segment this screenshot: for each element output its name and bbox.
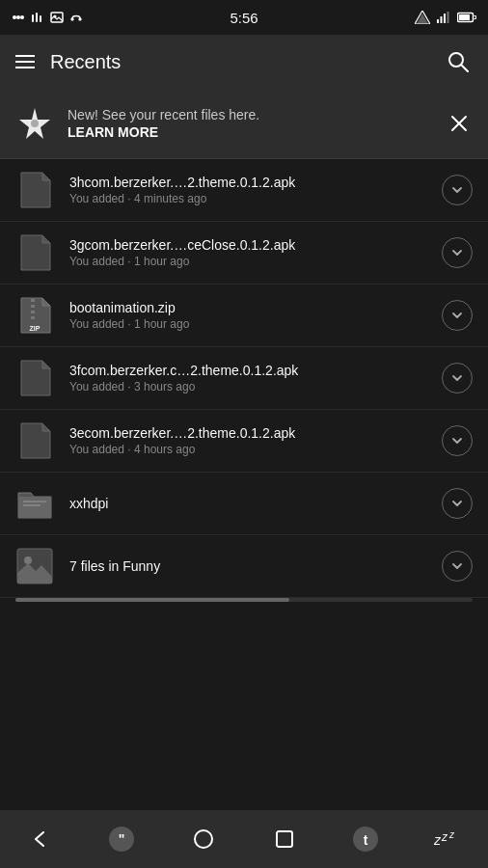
close-banner-button[interactable] (446, 110, 473, 137)
svg-rect-3 (32, 14, 34, 22)
file-list: 3hcom.berzerker.…2.theme.0.1.2.apk You a… (0, 159, 488, 803)
svg-rect-14 (444, 14, 446, 23)
svg-rect-12 (437, 19, 439, 23)
list-item[interactable]: 3hcom.berzerker.…2.theme.0.1.2.apk You a… (0, 159, 488, 222)
svg-rect-38 (277, 831, 292, 847)
file-info: 3hcom.berzerker.…2.theme.0.1.2.apk You a… (69, 175, 426, 205)
t-app-button[interactable]: t (346, 820, 385, 858)
page-title: Recents (50, 51, 121, 73)
learn-more-link[interactable]: LEARN MORE (68, 124, 259, 140)
search-icon (447, 51, 469, 72)
expand-button[interactable] (442, 425, 473, 456)
file-icon (15, 233, 54, 272)
notification-icon (12, 11, 25, 24)
recents-button[interactable] (265, 820, 304, 858)
file-icon (15, 484, 54, 523)
headset-icon (69, 11, 83, 24)
svg-rect-4 (36, 13, 38, 22)
file-icon (15, 547, 54, 585)
list-item[interactable]: ZIP bootanimation.zip You added · 1 hour… (0, 285, 488, 347)
status-right-icons (415, 11, 476, 24)
search-button[interactable] (444, 47, 473, 76)
svg-rect-30 (18, 497, 51, 518)
file-meta: You added · 1 hour ago (69, 255, 426, 268)
banner-text-group: New! See your recent files here. LEARN M… (68, 107, 259, 140)
top-bar-left: Recents (15, 51, 121, 73)
bottom-nav: " t z z z (0, 810, 488, 868)
svg-text:z: z (441, 830, 448, 844)
list-item[interactable]: xxhdpi (0, 473, 488, 535)
svg-text:ZIP: ZIP (30, 325, 41, 332)
signal-bars-icon (415, 11, 430, 24)
svg-rect-5 (40, 15, 41, 22)
list-item[interactable]: 3ecom.berzerker.…2.theme.0.1.2.apk You a… (0, 410, 488, 473)
expand-button[interactable] (442, 363, 473, 393)
chevron-down-icon (450, 309, 464, 322)
file-name: 3fcom.berzerker.c…2.theme.0.1.2.apk (69, 363, 426, 378)
file-icon (15, 421, 54, 460)
expand-button[interactable] (442, 551, 473, 582)
file-name: 7 files in Funny (69, 558, 426, 574)
file-info: 7 files in Funny (69, 558, 426, 574)
battery-icon (457, 12, 476, 23)
menu-button[interactable] (15, 55, 35, 68)
file-info: 3fcom.berzerker.c…2.theme.0.1.2.apk You … (69, 363, 426, 393)
svg-rect-13 (441, 16, 443, 23)
svg-text:t: t (364, 832, 368, 848)
svg-rect-8 (71, 18, 74, 21)
expand-button[interactable] (442, 175, 473, 205)
svg-point-0 (13, 15, 16, 19)
svg-rect-9 (79, 18, 82, 21)
svg-text:": " (119, 831, 125, 847)
file-meta: You added · 3 hours ago (69, 380, 426, 393)
file-icon (15, 171, 54, 209)
svg-text:z: z (434, 832, 442, 848)
list-item[interactable]: 7 files in Funny (0, 535, 488, 598)
list-item[interactable]: 3gcom.berzerker.…ceClose.0.1.2.apk You a… (0, 222, 488, 285)
svg-line-19 (461, 65, 468, 71)
svg-point-37 (195, 830, 212, 848)
expand-button[interactable] (442, 488, 473, 519)
file-name: 3gcom.berzerker.…ceClose.0.1.2.apk (69, 237, 426, 253)
banner-description: New! See your recent files here. (68, 107, 259, 122)
list-item[interactable]: 3fcom.berzerker.c…2.theme.0.1.2.apk You … (0, 347, 488, 410)
chevron-down-icon (450, 246, 464, 259)
file-name: bootanimation.zip (69, 300, 426, 315)
svg-rect-26 (31, 305, 35, 308)
svg-rect-15 (447, 12, 449, 23)
file-meta: You added · 1 hour ago (69, 317, 426, 331)
svg-point-1 (16, 15, 20, 19)
wifi-bars-icon (436, 11, 451, 24)
chevron-down-icon (450, 183, 464, 197)
file-name: 3ecom.berzerker.…2.theme.0.1.2.apk (69, 425, 426, 441)
sleep-button[interactable]: z z z (428, 820, 467, 858)
top-bar: Recents (0, 35, 488, 89)
svg-rect-25 (31, 299, 35, 302)
status-left-icons (12, 11, 83, 24)
chevron-down-icon (450, 497, 464, 510)
expand-button[interactable] (442, 300, 473, 331)
status-bar: 5:56 (0, 0, 488, 35)
star-icon (15, 104, 54, 143)
quote-button[interactable]: " (102, 820, 141, 858)
home-button[interactable] (184, 820, 223, 858)
photo-icon (50, 11, 64, 24)
file-meta: You added · 4 hours ago (69, 443, 426, 456)
file-info: 3gcom.berzerker.…ceClose.0.1.2.apk You a… (69, 237, 426, 268)
status-time: 5:56 (230, 10, 258, 26)
svg-text:z: z (448, 829, 455, 840)
file-info: 3ecom.berzerker.…2.theme.0.1.2.apk You a… (69, 425, 426, 456)
expand-button[interactable] (442, 237, 473, 268)
svg-rect-28 (31, 316, 35, 319)
file-name: 3hcom.berzerker.…2.theme.0.1.2.apk (69, 175, 426, 190)
file-meta: You added · 4 minutes ago (69, 192, 426, 205)
file-info: xxhdpi (69, 496, 426, 511)
chevron-down-icon (450, 559, 464, 573)
file-info: bootanimation.zip You added · 1 hour ago (69, 300, 426, 331)
chevron-down-icon (450, 371, 464, 385)
svg-rect-27 (31, 311, 35, 313)
back-button[interactable] (21, 820, 60, 858)
close-icon (449, 114, 469, 133)
info-banner: New! See your recent files here. LEARN M… (0, 89, 488, 159)
svg-point-21 (31, 120, 39, 127)
